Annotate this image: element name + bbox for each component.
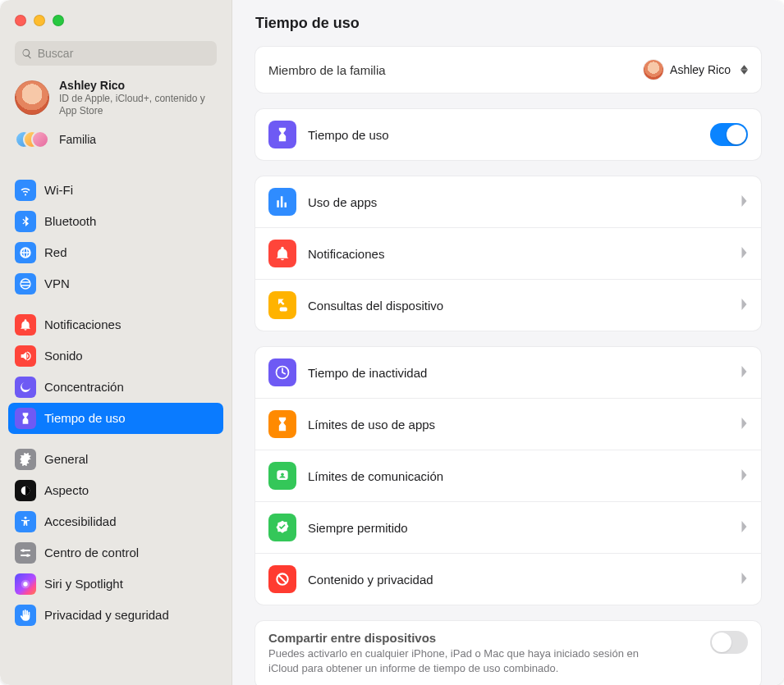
family-avatars-icon: [15, 127, 49, 152]
chevron-right-icon: [740, 299, 748, 313]
sidebar-item-appearance[interactable]: Aspecto: [8, 475, 223, 506]
close-window-button[interactable]: [15, 15, 26, 26]
family-member-value: Ashley Rico: [670, 63, 731, 76]
clock-icon: [268, 358, 296, 386]
vpn-globe-icon: [15, 273, 36, 295]
checkmark-badge-icon: [268, 514, 296, 541]
sidebar-item-bluetooth[interactable]: Bluetooth: [8, 206, 223, 237]
chevron-right-icon: [740, 195, 748, 209]
row-label: Notificaciones: [308, 247, 740, 261]
speaker-icon: [15, 345, 36, 367]
popup-updown-icon: [740, 65, 748, 75]
family-member-avatar-icon: [644, 60, 663, 80]
accessibility-icon: [15, 511, 36, 532]
gear-icon: [15, 449, 36, 470]
row-content-privacy[interactable]: Contenido y privacidad: [255, 553, 761, 605]
sidebar-item-label: Aspecto: [44, 483, 89, 497]
chevron-right-icon: [740, 469, 748, 483]
chevron-right-icon: [740, 418, 748, 432]
content-pane: Tiempo de uso Miembro de la familia Ashl…: [232, 0, 784, 685]
person-bubble-icon: [268, 462, 296, 490]
chevron-right-icon: [740, 573, 748, 587]
hourglass-icon: [15, 408, 36, 429]
sidebar-item-privacy-security[interactable]: Privacidad y seguridad: [8, 600, 223, 631]
page-title: Tiempo de uso: [255, 15, 761, 32]
search-field[interactable]: [15, 41, 217, 66]
sidebar-item-network[interactable]: Red: [8, 237, 223, 268]
sidebar-item-label: Siri y Spotlight: [44, 577, 123, 591]
row-communication-limits[interactable]: Límites de comunicación: [255, 450, 761, 501]
svg-line-12: [278, 575, 286, 582]
appearance-icon: [15, 480, 36, 501]
sidebar-item-label: Privacidad y seguridad: [44, 608, 169, 622]
siri-icon: [15, 573, 36, 595]
share-subtitle: Puedes activarlo en cualquier iPhone, iP…: [268, 646, 663, 675]
screen-time-toggle-row: Tiempo de uso: [255, 109, 761, 160]
sidebar-item-label: Tiempo de uso: [44, 411, 126, 425]
globe-icon: [15, 242, 36, 263]
svg-point-1: [25, 517, 27, 519]
zoom-window-button[interactable]: [53, 15, 64, 26]
sidebar-item-label: VPN: [44, 276, 70, 290]
sidebar-item-label: Red: [44, 245, 67, 259]
row-label: Uso de apps: [308, 195, 740, 209]
chevron-right-icon: [740, 247, 748, 261]
svg-point-3: [21, 549, 25, 552]
sidebar-item-focus[interactable]: Concentración: [8, 372, 223, 403]
sidebar-item-label: Sonido: [44, 349, 83, 363]
account-avatar-icon: [15, 80, 49, 115]
sidebar-item-accessibility[interactable]: Accesibilidad: [8, 506, 223, 537]
bar-chart-icon: [268, 188, 296, 216]
search-icon: [21, 48, 33, 60]
account-subtitle: ID de Apple, iCloud+, contenido y App St…: [59, 93, 217, 117]
row-label: Límites de uso de apps: [308, 418, 740, 432]
account-name: Ashley Rico: [59, 79, 217, 93]
wifi-icon: [15, 180, 36, 201]
apple-id-account-row[interactable]: Ashley Rico ID de Apple, iCloud+, conten…: [0, 72, 232, 122]
sidebar-item-notifications[interactable]: Notificaciones: [8, 309, 223, 340]
sidebar-item-siri-spotlight[interactable]: Siri y Spotlight: [8, 569, 223, 600]
sidebar-item-general[interactable]: General: [8, 444, 223, 475]
chevron-right-icon: [740, 366, 748, 380]
row-label: Siempre permitido: [308, 521, 740, 535]
family-member-selector[interactable]: Miembro de la familia Ashley Rico: [255, 47, 761, 93]
share-title: Compartir entre dispositivos: [268, 631, 710, 645]
share-across-devices-toggle[interactable]: [710, 631, 748, 654]
minimize-window-button[interactable]: [34, 15, 45, 26]
screen-time-toggle[interactable]: [710, 123, 748, 146]
row-label: Límites de comunicación: [308, 469, 740, 483]
row-always-allowed[interactable]: Siempre permitido: [255, 501, 761, 553]
sidebar-item-family[interactable]: Familia: [0, 122, 232, 160]
row-app-limits[interactable]: Límites de uso de apps: [255, 398, 761, 450]
window-controls: [0, 0, 232, 41]
sliders-icon: [15, 542, 36, 564]
hand-privacy-icon: [15, 605, 36, 626]
row-app-usage[interactable]: Uso de apps: [255, 176, 761, 227]
sidebar: Ashley Rico ID de Apple, iCloud+, conten…: [0, 0, 232, 685]
family-label: Familia: [59, 133, 96, 146]
sidebar-list: Wi-Fi Bluetooth Red: [0, 160, 232, 639]
bell-icon: [268, 240, 296, 267]
sidebar-item-vpn[interactable]: VPN: [8, 268, 223, 299]
sidebar-item-label: General: [44, 452, 88, 466]
search-input[interactable]: [38, 47, 210, 60]
hourglass-icon: [268, 121, 296, 148]
bell-icon: [15, 314, 36, 336]
sidebar-item-label: Notificaciones: [44, 317, 121, 331]
svg-point-7: [23, 582, 27, 586]
row-label: Contenido y privacidad: [308, 573, 740, 587]
row-label: Tiempo de inactividad: [308, 366, 740, 380]
sidebar-item-control-center[interactable]: Centro de control: [8, 537, 223, 569]
row-pickups[interactable]: Consultas del dispositivo: [255, 279, 761, 331]
row-label: Consultas del dispositivo: [308, 299, 740, 313]
row-share-across-devices: Compartir entre dispositivos Puedes acti…: [255, 621, 761, 685]
sidebar-item-sound[interactable]: Sonido: [8, 340, 223, 372]
bluetooth-icon: [15, 211, 36, 232]
moon-icon: [15, 377, 36, 398]
sidebar-item-wifi[interactable]: Wi-Fi: [8, 175, 223, 206]
row-downtime[interactable]: Tiempo de inactividad: [255, 347, 761, 398]
sidebar-item-label: Accesibilidad: [44, 514, 117, 528]
hourglass-icon: [268, 410, 296, 438]
sidebar-item-screen-time[interactable]: Tiempo de uso: [8, 403, 223, 434]
row-notifications[interactable]: Notificaciones: [255, 227, 761, 279]
